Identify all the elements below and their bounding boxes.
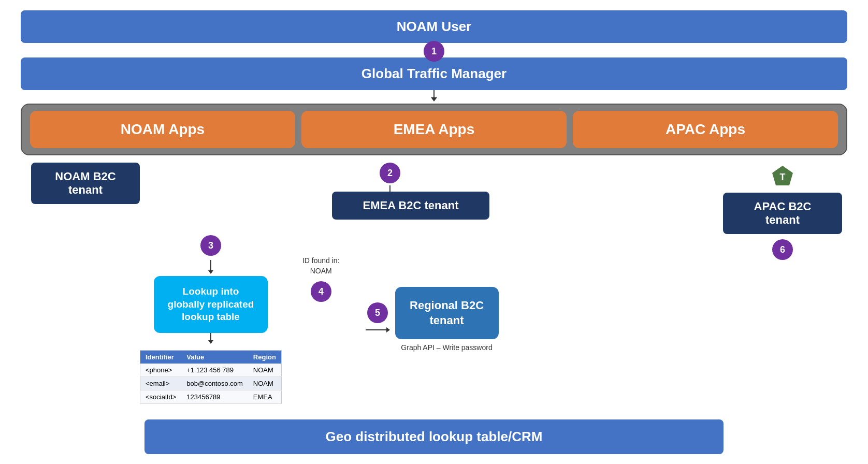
table-cell-1-0: <email>: [140, 377, 182, 390]
table-cell-0-0: <phone>: [140, 364, 182, 377]
noam-user-bar: NOAM User: [21, 10, 847, 43]
id-found-label: ID found in: NOAM: [302, 256, 340, 276]
lookup-box: Lookup into globally replicated lookup t…: [154, 276, 268, 333]
table-row: <socialId>123456789EMEA: [140, 390, 282, 404]
step-6-circle: 6: [772, 239, 793, 260]
col-value: Value: [181, 351, 248, 364]
table-row: <phone>+1 123 456 789NOAM: [140, 364, 282, 377]
col-region: Region: [248, 351, 282, 364]
table-cell-0-1: +1 123 456 789: [181, 364, 248, 377]
step-4-circle: 4: [311, 281, 331, 302]
graph-api-label: Graph API – Write password: [401, 343, 492, 352]
step-5-circle: 5: [367, 302, 388, 323]
table-cell-2-2: EMEA: [248, 390, 282, 404]
gtm-bar: Global Traffic Manager: [21, 57, 847, 90]
noam-apps-box: NOAM Apps: [30, 111, 295, 148]
lookup-table: Identifier Value Region <phone>+1 123 45…: [140, 350, 282, 404]
apac-apps-box: APAC Apps: [573, 111, 838, 148]
table-cell-2-1: 123456789: [181, 390, 248, 404]
step-1-circle: 1: [424, 41, 444, 62]
diagram-container: NOAM User 1 Global Traffic Manager NOAM …: [0, 0, 868, 464]
apps-container: NOAM Apps EMEA Apps APAC Apps: [21, 104, 847, 155]
noam-tenant-box: NOAM B2C tenant: [31, 163, 140, 204]
table-cell-2-0: <socialId>: [140, 390, 182, 404]
col-identifier: Identifier: [140, 351, 182, 364]
table-row: <email>bob@contoso.comNOAM: [140, 377, 282, 390]
emea-apps-box: EMEA Apps: [301, 111, 567, 148]
table-cell-1-1: bob@contoso.com: [181, 377, 248, 390]
table-cell-0-2: NOAM: [248, 364, 282, 377]
emea-tenant-box: EMEA B2C tenant: [332, 192, 490, 220]
table-cell-1-2: NOAM: [248, 377, 282, 390]
apac-tenant-box: APAC B2C tenant: [723, 193, 842, 234]
regional-tenant-box: Regional B2C tenant: [395, 287, 499, 339]
bottom-bar: Geo distributed lookup table/CRM: [144, 419, 723, 454]
svg-text:T: T: [780, 172, 786, 182]
step-2-circle: 2: [380, 163, 400, 183]
step-3-circle: 3: [200, 235, 221, 256]
pentagon-t-icon: T: [771, 165, 794, 187]
